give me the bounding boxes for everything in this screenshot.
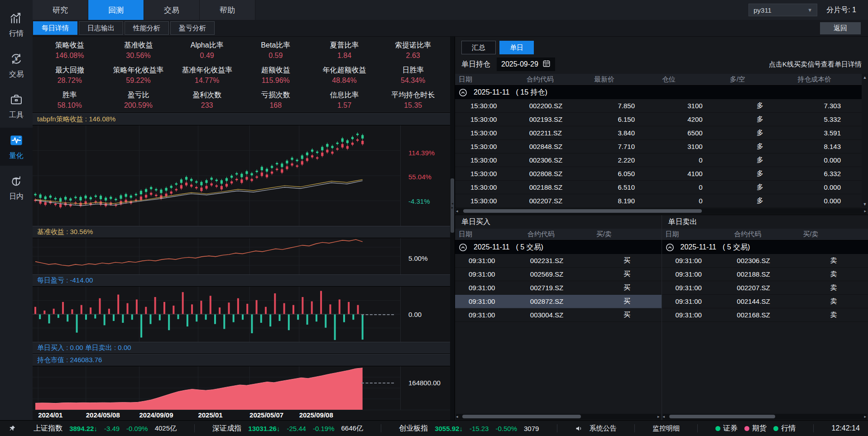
trade-row[interactable]: 09:31:00002719.SZ买 — [455, 281, 662, 295]
chart-market_value[interactable]: 164800.00 — [33, 366, 450, 410]
holding-time: 15:30:00 — [455, 115, 523, 123]
sidebar-item-trade[interactable]: ¥交易 — [0, 46, 33, 84]
chart-strategy[interactable]: 114.39%55.04%-4.31% — [33, 125, 450, 226]
sub-tab-性能分析[interactable]: 性能分析 — [125, 21, 169, 35]
group-row[interactable]: 2025-11-11( 15 持仓) — [455, 86, 862, 99]
sidebar-item-intraday[interactable]: 日内 — [0, 168, 33, 206]
date-picker[interactable]: 2025-09-29 — [497, 57, 555, 71]
stat-label: 盈亏比 — [127, 91, 149, 100]
sidebar-item-market-chart[interactable]: 行情 — [0, 5, 33, 43]
chart-daily_pnl[interactable]: 0.00 — [33, 287, 450, 342]
monitor-detail-link[interactable]: 监控明细 — [652, 424, 680, 433]
chart-benchmark[interactable]: 5.00% — [33, 238, 450, 274]
contract-code: 002168.SZ — [730, 311, 799, 319]
sub-tab-盈亏分析[interactable]: 盈亏分析 — [170, 21, 215, 35]
connection-status: 证券期货行情 — [715, 424, 796, 433]
long-short-flag: 多 — [726, 142, 794, 151]
splitter-handle-icon[interactable]: ◂▸ — [451, 178, 454, 233]
scroll-left-icon[interactable]: ◂ — [663, 414, 665, 420]
scroll-right-icon[interactable]: ▸ — [864, 208, 866, 214]
holdings-row[interactable]: 15:30:00002306.SZ2.2200多0.000 — [455, 153, 862, 167]
holdings-row[interactable]: 15:30:00002193.SZ6.1504200多5.332 — [455, 113, 862, 126]
group-row[interactable]: 2025-11-11( 5 交易) — [455, 240, 662, 254]
index-change-pct: -0.09% — [126, 425, 148, 432]
trades-horizontal-scrollbar[interactable]: ◂▸ — [456, 414, 661, 420]
stat-value: 2.63 — [406, 52, 420, 60]
trade-row[interactable]: 09:31:00003004.SZ买 — [455, 308, 662, 322]
calendar-icon[interactable] — [542, 59, 551, 69]
chevron-up-circle-icon[interactable] — [666, 243, 674, 252]
trade-row[interactable]: 09:31:00002872.SZ买 — [455, 295, 662, 308]
scroll-right-icon[interactable]: ▸ — [864, 414, 866, 420]
scrollbar-thumb[interactable] — [463, 209, 702, 213]
nav-tabs: 研究回测交易帮助 — [33, 0, 255, 20]
holdings-row[interactable]: 15:30:00002211.SZ3.8406500多3.591 — [455, 126, 862, 140]
stat-item: 索提诺比率2.63 — [379, 38, 447, 62]
index-quote-3[interactable]: 创业板指3055.92↓-15.23-0.50%3079 — [399, 424, 539, 433]
scroll-right-icon[interactable]: ▸ — [657, 414, 660, 420]
chevron-up-circle-icon[interactable] — [459, 88, 467, 97]
scroll-left-icon[interactable]: ◂ — [456, 208, 458, 214]
cost-price: 0.000 — [794, 183, 862, 191]
trades-section: 单日买入日期合约代码买/卖2025-11-11( 5 交易)09:31:0000… — [455, 215, 868, 420]
x-axis-label: 2024/09/09 — [139, 411, 173, 419]
trade-row[interactable]: 09:31:00002168.SZ卖 — [662, 308, 868, 322]
chevron-up-circle-icon[interactable] — [459, 243, 467, 252]
index-quote-2[interactable]: 深证成指13031.26↓-25.44-0.19%6646亿 — [212, 424, 363, 433]
holdings-row[interactable]: 15:30:00002207.SZ8.1900多0.000 — [455, 194, 862, 208]
scrollbar-thumb[interactable] — [669, 415, 776, 418]
holdings-row[interactable]: 15:30:00002200.SZ7.8503100多7.303 — [455, 99, 862, 113]
sidebar-item-tools[interactable]: 工具 — [0, 87, 33, 125]
trade-row[interactable]: 09:31:00002306.SZ卖 — [662, 254, 868, 268]
trade-row[interactable]: 09:31:00002188.SZ卖 — [662, 268, 868, 281]
scroll-up-icon[interactable]: ▲ — [863, 75, 867, 80]
stat-label: 亏损次数 — [261, 91, 290, 100]
chart-axis-label: -4.31% — [408, 197, 430, 205]
pin-icon[interactable] — [8, 425, 16, 432]
stat-item: 盈亏比200.59% — [104, 88, 173, 113]
holdings-vertical-scrollbar[interactable]: ▲▼ — [862, 74, 868, 208]
holding-time: 15:30:00 — [455, 143, 523, 150]
trade-row[interactable]: 09:31:00002569.SZ买 — [455, 268, 662, 281]
scroll-down-icon[interactable]: ▼ — [863, 202, 867, 206]
scroll-left-icon[interactable]: ◂ — [456, 414, 458, 420]
holdings-row[interactable]: 15:30:00002808.SZ6.0504100多6.332 — [455, 167, 862, 181]
stat-value: 1.84 — [337, 52, 351, 60]
trade-row[interactable]: 09:31:00002207.SZ卖 — [662, 281, 868, 295]
trade-row[interactable]: 09:31:00002231.SZ买 — [455, 254, 662, 268]
sub-tab-日志输出[interactable]: 日志输出 — [79, 21, 123, 35]
group-count-badge: ( 15 持仓) — [516, 88, 547, 97]
nav-tab-回测[interactable]: 回测 — [88, 0, 144, 20]
trade-time: 09:31:00 — [455, 284, 524, 292]
index-quote-1[interactable]: 上证指数3894.22↓-3.49-0.09%4025亿 — [34, 424, 177, 433]
stat-item: 平均持仓时长15.35 — [379, 88, 447, 113]
tab-单日[interactable]: 单日 — [499, 41, 534, 54]
env-select[interactable]: py311 ▼ — [748, 4, 817, 16]
group-row[interactable]: 2025-11-11( 5 交易) — [662, 240, 868, 254]
nav-tab-交易[interactable]: 交易 — [144, 0, 200, 20]
sub-tab-每日详情[interactable]: 每日详情 — [33, 21, 77, 35]
holdings-table-wrap: 日期合约代码最新价仓位多/空持仓成本价2025-11-11( 15 持仓)15:… — [455, 74, 868, 208]
holdings-row[interactable]: 15:30:00002848.SZ7.7103100多8.143 — [455, 140, 862, 153]
backtest-detail-pane: 策略收益146.08%基准收益30.56%Alpha比率0.49Beta比率0.… — [33, 37, 450, 420]
sidebar-item-quant[interactable]: 量化 — [0, 128, 33, 166]
trades-horizontal-scrollbar[interactable]: ◂▸ — [663, 414, 868, 420]
stat-value: 58.10% — [58, 101, 82, 110]
scrollbar-thumb[interactable] — [462, 415, 581, 418]
system-announcement[interactable]: 系统公告 — [575, 424, 617, 433]
pane-splitter[interactable]: ◂▸ — [450, 37, 455, 420]
speaker-icon[interactable] — [575, 425, 583, 432]
divider — [381, 424, 381, 432]
nav-tab-研究[interactable]: 研究 — [33, 0, 88, 20]
tab-汇总[interactable]: 汇总 — [461, 41, 496, 54]
trade-row[interactable]: 09:31:00002144.SZ卖 — [662, 295, 868, 308]
index-value: 3055.92↓ — [435, 425, 463, 432]
holdings-horizontal-scrollbar[interactable]: ◂ ▸ — [456, 208, 867, 214]
back-button[interactable]: 返回 — [820, 22, 861, 34]
long-short-flag: 多 — [726, 101, 794, 110]
content: 策略收益146.08%基准收益30.56%Alpha比率0.49Beta比率0.… — [33, 37, 868, 420]
nav-tab-帮助[interactable]: 帮助 — [200, 0, 255, 20]
holdings-row[interactable]: 15:30:00002188.SZ6.5100多0.000 — [455, 181, 862, 194]
column-header: 买/卖 — [593, 230, 662, 239]
column-header: 合约代码 — [730, 230, 799, 239]
